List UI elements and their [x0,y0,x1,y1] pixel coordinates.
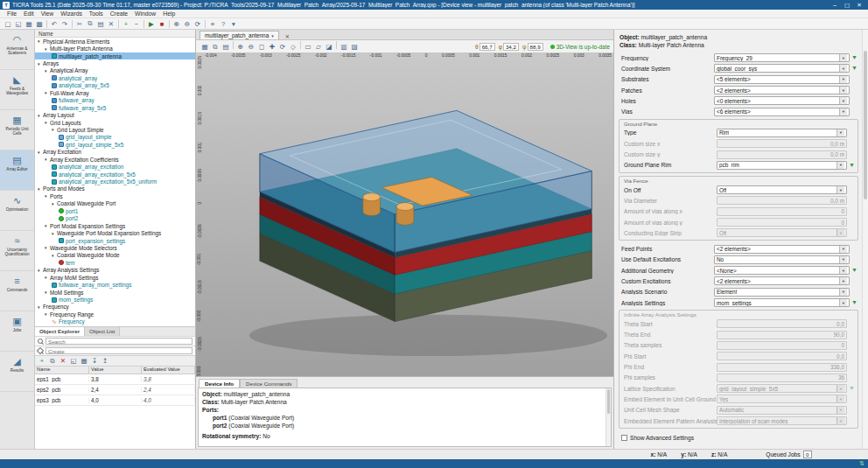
dropdown-arrow-icon[interactable]: ▾ [836,161,844,169]
tree-item[interactable]: port2 [35,215,195,222]
search-input[interactable] [46,338,192,345]
viewport-save-view-button[interactable]: ▦ [200,42,210,52]
menu-wizards[interactable]: Wizards [57,10,86,17]
property-select[interactable]: <5 elements>▾ [714,75,850,84]
tree-group[interactable]: ▾MoM Settings [35,289,195,296]
tree-group[interactable]: ▾Array Layout [35,111,195,118]
minimize-button[interactable]: – [829,2,841,9]
toolbar-refresh-button[interactable]: ⟳ [192,19,203,29]
property-select[interactable]: global_coor_sys▾ [714,64,850,73]
sidebar-item-array-editor[interactable]: ▤Array Editor [0,150,34,191]
property-select[interactable]: <None>▾ [714,266,850,275]
tree-group[interactable]: ▾Grid Layout Simple [35,126,195,133]
dropdown-arrow-icon[interactable]: ▾ [839,245,847,253]
toolbar-list-button[interactable]: ≡ [207,19,218,29]
chevron-down-icon[interactable]: ▾ [271,33,274,38]
tree-group[interactable]: ▾Ports and Modes [35,185,195,192]
toolbar-paste-button[interactable]: ▤ [95,19,106,29]
tree-group[interactable]: ▾Array Excitation [35,149,195,156]
toolbar-redo-button[interactable]: ↷ [60,19,70,29]
sidebar-item-results[interactable]: ◢Results [0,352,34,392]
tree-item[interactable]: port1 [35,207,195,214]
toolbar-stop-button[interactable]: ■ [157,19,167,29]
tree-group[interactable]: ▾Analytical Array [35,67,195,74]
dropdown-arrow-icon[interactable]: ▾ [839,75,847,83]
property-select[interactable]: <2 elements>▾ [714,245,850,254]
variable-row[interactable]: eps2_pcb2,42,4 [35,385,195,395]
sidebar-item-optimisation[interactable]: ∿Optimisation [0,191,34,231]
variables-import-button[interactable]: ↧ [89,356,100,366]
tree-group[interactable]: ▾Frequency Range [35,311,195,318]
toolbar-run-button[interactable]: ▶ [146,19,157,29]
toolbar-more-button[interactable]: ▾ [228,19,239,29]
viewport-tab[interactable]: multilayer_patch_antenna ▾ [200,31,279,39]
dropdown-arrow-icon[interactable]: ▾ [839,65,847,73]
column-header[interactable]: Value [89,367,142,374]
dropdown-arrow-icon[interactable]: ▾ [836,186,844,194]
dropdown-arrow-icon[interactable]: ▾ [836,129,844,136]
menu-view[interactable]: View [38,10,58,17]
toolbar-remove-button[interactable]: − [131,19,142,29]
tree-item[interactable]: analytical_array_excitation [35,163,195,170]
tree-item[interactable]: port_expansion_settings [35,237,195,244]
menu-window[interactable]: Window [131,10,159,17]
tree-item[interactable]: tem [35,259,195,266]
filter-icon[interactable]: ▼ [847,384,857,393]
column-header[interactable]: Evaluated Value [142,367,195,374]
property-select[interactable]: mom_settings▾ [714,298,850,307]
property-select[interactable]: Rim▾ [717,129,847,137]
dropdown-arrow-icon[interactable]: ▾ [839,97,847,105]
toolbar-delete-button[interactable]: ✕ [106,19,116,29]
dropdown-arrow-icon[interactable]: ▾ [839,54,847,62]
dropdown-arrow-icon[interactable]: ▾ [839,299,847,307]
toolbar-undo-button[interactable]: ↶ [49,19,60,29]
tree-item[interactable]: analytical_array_excitation_5x5_uniform [35,178,195,185]
tree-group[interactable]: ▾Array MoM Settings [35,274,195,281]
tree-group[interactable]: ▾Ports [35,192,195,199]
toolbar-open-button[interactable]: ◱ [13,19,24,29]
filter-icon[interactable]: ▼ [850,298,859,307]
tree-group[interactable]: ▾Physical Antenna Elements [35,38,195,45]
toolbar-new-button[interactable]: ▢ [3,19,13,29]
property-select[interactable]: Element▾ [714,288,850,297]
variables-duplicate-button[interactable]: ⧉ [47,356,58,366]
property-select[interactable]: pcb_rim▾ [717,161,847,170]
menu-tools[interactable]: Tools [86,10,107,17]
device-scrollbar[interactable] [606,388,611,446]
tree-group[interactable]: ▾Grid Layouts [35,119,195,126]
viewport-tab-close-button[interactable]: ✕ [283,33,292,39]
viewport-copy-view-button[interactable]: ⧉ [210,42,220,52]
tree-item[interactable]: mom_settings [35,296,195,303]
toolbar-save-all-button[interactable]: ▩ [34,19,45,29]
dropdown-arrow-icon[interactable]: ▾ [839,87,847,94]
sidebar-item-periodic-unit-cells[interactable]: ▦Periodic Unit Cells [0,110,34,150]
variables-add-button[interactable]: + [37,356,47,366]
viewport-view-front-button[interactable]: ▱ [313,42,324,52]
tree-item[interactable]: fullwave_array [35,97,195,104]
filter-icon[interactable]: ▼ [850,64,859,73]
properties-scrollbar[interactable] [862,30,868,449]
tab-device-info[interactable]: Device Info [199,379,240,388]
menu-create[interactable]: Create [107,10,131,17]
property-select[interactable]: <0 elements>▾ [714,96,850,105]
property-select[interactable]: No▾ [714,255,850,264]
tree-group[interactable]: ▾Array Excitation Coefficients [35,156,195,163]
variables-save-button[interactable]: ▦ [79,356,89,366]
variables-export-button[interactable]: ↥ [100,356,110,366]
sidebar-item-commands[interactable]: ≡Commands [0,271,34,311]
tree-group[interactable]: ▾Coaxial Waveguide Mode [35,252,195,259]
dropdown-arrow-icon[interactable]: ▾ [839,108,847,115]
sidebar-item-jobs[interactable]: ▣Jobs [0,311,34,352]
tree-group[interactable]: ▾Array Analysis Settings [35,267,195,274]
menu-file[interactable]: File [4,10,20,17]
tree-group[interactable]: ▾Coaxial Waveguide Port [35,200,195,207]
tree-item[interactable]: analytical_array_5x5 [35,82,195,89]
tree-group[interactable]: ▾Waveguide Port Modal Expansion Settings [35,229,195,236]
property-select[interactable]: Off▾ [717,185,847,194]
tab-object-list[interactable]: Object List [85,327,120,336]
dropdown-arrow-icon[interactable]: ▾ [839,267,847,275]
tree-item[interactable]: fullwave_array_mom_settings [35,281,195,288]
viewport-view-top-button[interactable]: ▭ [303,42,313,52]
dropdown-arrow-icon[interactable]: ▾ [839,288,847,296]
tree-group[interactable]: ▾Arrays [35,59,195,66]
